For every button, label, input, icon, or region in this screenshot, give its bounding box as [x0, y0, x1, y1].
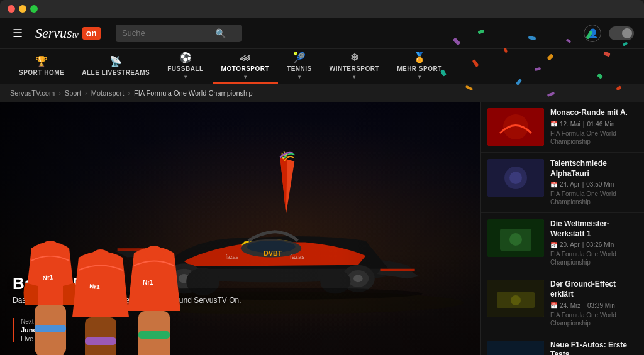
nav-mehr-sport[interactable]: 🏅 MEHR SPORT ▾: [388, 49, 451, 84]
breadcrumb-sep-3: ›: [128, 89, 130, 97]
sidebar-card-title-0: Monaco-Runde mit A.: [550, 108, 638, 118]
tennis-icon: 🎾: [293, 52, 306, 63]
sidebar-card-1[interactable]: Talentschmiede AlphaTauri 📅 24. Apr | 03…: [481, 153, 644, 213]
sidebar-card-meta-2: 📅 20. Apr | 03:26 Min: [550, 241, 638, 248]
nav-tennis[interactable]: 🎾 TENNIS ▾: [278, 49, 321, 84]
sidebar-date-0: 12. Mai: [560, 121, 580, 128]
app-container: ☰ Servustv on 🔍 👤 🏆 SPORT HOME 📡 ALLE LI…: [0, 18, 644, 355]
calendar-icon-0: 📅: [550, 121, 557, 127]
user-icon[interactable]: 👤: [584, 25, 601, 42]
sidebar-card-meta-3: 📅 24. Mrz | 03:39 Min: [550, 302, 638, 309]
sidebar-duration-2: 03:26 Min: [586, 241, 614, 248]
sidebar-thumb-3: [487, 280, 544, 317]
logo-on-badge: on: [82, 27, 101, 40]
sidebar-card-meta-0: 📅 12. Mai | 01:46 Min: [550, 121, 638, 128]
sidebar-sep-2: |: [582, 241, 584, 248]
sidebar-info-1: Talentschmiede AlphaTauri 📅 24. Apr | 03…: [550, 159, 638, 206]
sidebar-sep-3: |: [583, 302, 585, 309]
svg-text:✨: ✨: [278, 149, 291, 161]
sidebar-date-2: 20. Apr: [560, 241, 580, 248]
calendar-icon-1: 📅: [550, 182, 557, 188]
sidebar-date-3: 24. Mrz: [560, 302, 580, 309]
navigation: 🏆 SPORT HOME 📡 ALLE LIVESTREAMS ⚽ FUSSBA…: [0, 49, 644, 84]
breadcrumb-current: FIA Formula One World Championship: [134, 89, 253, 97]
sidebar-thumb-2: [487, 219, 544, 257]
minimize-button[interactable]: [19, 5, 26, 13]
header-right: 👤: [584, 25, 634, 42]
svg-rect-20: [35, 325, 66, 332]
sidebar-category-3: FIA Formula One World Championship: [550, 311, 638, 327]
search-icon: 🔍: [215, 28, 226, 38]
close-button[interactable]: [8, 5, 15, 13]
nav-sport-home[interactable]: 🏆 SPORT HOME: [10, 49, 73, 84]
breadcrumb-sport[interactable]: Sport: [65, 89, 81, 97]
sidebar-thumb-4: [487, 341, 544, 355]
nav-fussball-label: FUSSBALL: [167, 65, 203, 72]
hero-section[interactable]: fazas fazas DVBT: [0, 102, 480, 355]
nav-livestreams[interactable]: 📡 ALLE LIVESTREAMS: [73, 49, 158, 84]
breadcrumb-home[interactable]: ServusTV.com: [10, 89, 55, 97]
sidebar-info-0: Monaco-Runde mit A. 📅 12. Mai | 01:46 Mi…: [550, 108, 638, 146]
sidebar-category-1: FIA Formula One World Championship: [550, 190, 638, 206]
svg-text:Nr1: Nr1: [143, 279, 153, 286]
svg-text:Nr1: Nr1: [89, 283, 101, 290]
sidebar-duration-1: 03:50 Min: [586, 181, 614, 188]
nav-tennis-label: TENNIS: [287, 65, 312, 72]
nav-mehr-sport-label: MEHR SPORT: [397, 65, 442, 72]
sidebar: Monaco-Runde mit A. 📅 12. Mai | 01:46 Mi…: [480, 102, 644, 355]
nav-fussball[interactable]: ⚽ FUSSBALL ▾: [158, 49, 212, 84]
calendar-icon-3: 📅: [550, 302, 557, 309]
search-input[interactable]: [122, 28, 210, 38]
chevron-down-icon: ▾: [184, 74, 187, 80]
nav-wintersport[interactable]: ❄ WINTERSPORT ▾: [321, 49, 388, 84]
menu-button[interactable]: ☰: [10, 24, 25, 43]
breadcrumb: ServusTV.com › Sport › Motorsport › FIA …: [0, 84, 644, 102]
sidebar-duration-0: 01:46 Min: [587, 121, 614, 128]
sidebar-category-0: FIA Formula One World Championship: [550, 129, 638, 146]
window-chrome: [0, 0, 644, 18]
search-bar[interactable]: 🔍: [116, 25, 242, 42]
sidebar-info-3: Der Ground-Effect erklärt 📅 24. Mrz | 03…: [550, 280, 638, 327]
logo-text: Servustv: [35, 25, 79, 41]
sidebar-info-2: Die Weltmeister-Werkstatt 1 📅 20. Apr | …: [550, 219, 638, 266]
sidebar-card-meta-1: 📅 24. Apr | 03:50 Min: [550, 181, 638, 188]
sidebar-category-2: FIA Formula One World Championship: [550, 250, 638, 266]
svg-point-35: [509, 172, 522, 184]
svg-rect-24: [85, 337, 116, 345]
trophy-icon: 🏆: [35, 55, 48, 67]
sidebar-sep-1: |: [582, 181, 584, 188]
sidebar-card-title-2: Die Weltmeister-Werkstatt 1: [550, 219, 638, 239]
sidebar-card-4[interactable]: Neue F1-Autos: Erste Tests 📅 23. Feb | 0…: [481, 334, 644, 355]
sidebar-date-1: 24. Apr: [560, 181, 580, 188]
foam-fingers: Nr1 Nr1: [0, 229, 201, 355]
nav-motorsport-label: MOTORSPORT: [221, 65, 269, 72]
sidebar-card-2[interactable]: Die Weltmeister-Werkstatt 1 📅 20. Apr | …: [481, 213, 644, 273]
svg-rect-42: [487, 341, 544, 355]
sidebar-sep-0: |: [583, 121, 585, 128]
sidebar-card-3[interactable]: Der Ground-Effect erklärt 📅 24. Mrz | 03…: [481, 273, 644, 334]
sidebar-info-4: Neue F1-Autos: Erste Tests 📅 23. Feb | 0…: [550, 341, 638, 355]
svg-rect-22: [85, 317, 116, 355]
logo: Servustv on: [35, 25, 101, 41]
sidebar-duration-3: 03:39 Min: [587, 302, 615, 309]
svg-point-19: [41, 241, 60, 256]
motorsport-icon: 🏎: [240, 52, 251, 63]
sidebar-card-0[interactable]: Monaco-Runde mit A. 📅 12. Mai | 01:46 Mi…: [481, 102, 644, 153]
chevron-down-icon-motorsport: ▾: [244, 74, 247, 80]
sidebar-thumb-1: [487, 159, 544, 197]
winter-icon: ❄: [350, 52, 359, 63]
chevron-down-icon-mehr: ▾: [418, 74, 421, 80]
sidebar-thumb-0: [487, 108, 544, 146]
svg-point-27: [145, 246, 164, 261]
header: ☰ Servustv on 🔍 👤: [0, 18, 644, 49]
theme-toggle[interactable]: [609, 26, 634, 40]
breadcrumb-sep-2: ›: [85, 89, 87, 97]
nav-motorsport[interactable]: 🏎 MOTORSPORT ▾: [213, 49, 278, 84]
live-icon: 📡: [109, 55, 123, 67]
chevron-down-icon-tennis: ▾: [298, 74, 301, 80]
main-content: fazas fazas DVBT: [0, 102, 644, 355]
maximize-button[interactable]: [30, 5, 38, 13]
soccer-icon: ⚽: [179, 52, 192, 63]
svg-text:Nr1: Nr1: [42, 274, 53, 281]
breadcrumb-motorsport[interactable]: Motorsport: [91, 89, 125, 97]
